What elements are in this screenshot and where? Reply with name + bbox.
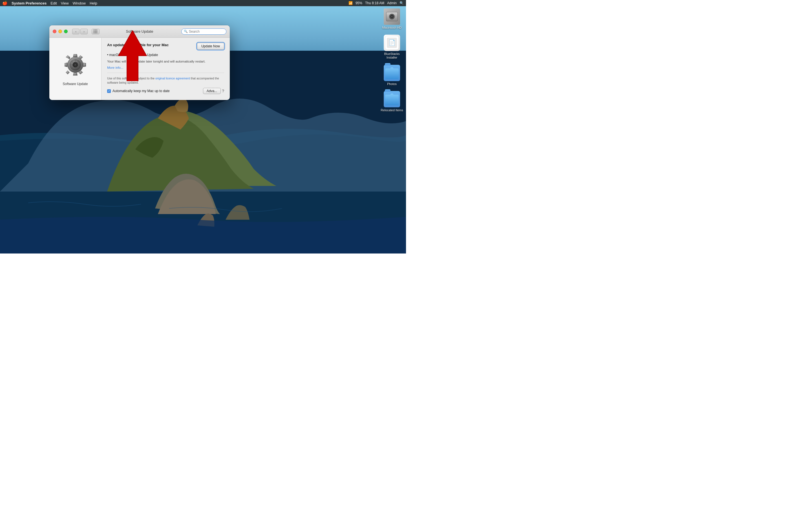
window-content: Software Update An update is available f… bbox=[49, 38, 230, 100]
auto-update-row: ✓ Automatically keep my Mac up to date bbox=[107, 89, 170, 93]
desktop-icons: Macintosh HD 📄 BlueStacks Installer bbox=[380, 8, 403, 112]
desktop-icon-photos[interactable]: Photos bbox=[380, 65, 403, 86]
menu-view[interactable]: View bbox=[61, 1, 69, 5]
relocated-label: Relocated Items bbox=[380, 108, 403, 112]
advanced-button[interactable]: Adva... bbox=[203, 88, 221, 94]
search-icon: 🔍 bbox=[184, 30, 188, 33]
menu-window[interactable]: Window bbox=[73, 1, 86, 5]
user-name: Admin bbox=[387, 1, 397, 5]
window-title: Software Update bbox=[126, 29, 153, 34]
minimize-button[interactable] bbox=[58, 30, 62, 33]
svg-rect-5 bbox=[395, 15, 396, 18]
left-panel: Software Update bbox=[49, 38, 101, 100]
update-title: An update is available for your Mac bbox=[107, 43, 168, 47]
bluestacks-label: BlueStacks Installer bbox=[380, 52, 403, 59]
search-input[interactable] bbox=[189, 30, 224, 34]
menubar: 🍎 System Preferences Edit View Window He… bbox=[0, 0, 406, 6]
software-update-window: ‹ › Software Update 🔍 bbox=[49, 25, 230, 100]
divider bbox=[107, 73, 224, 73]
license-link[interactable]: original licence agreement bbox=[155, 76, 190, 80]
back-button[interactable]: ‹ bbox=[72, 29, 80, 34]
hd-label: Macintosh HD bbox=[382, 26, 402, 30]
bluestacks-icon: 📄 bbox=[384, 35, 400, 51]
close-button[interactable] bbox=[53, 30, 56, 33]
svg-text:📄: 📄 bbox=[389, 39, 396, 46]
wifi-icon[interactable]: 📶 bbox=[349, 1, 353, 5]
gear-icon-container bbox=[63, 52, 88, 77]
window-titlebar: ‹ › Software Update 🔍 bbox=[49, 25, 230, 38]
bottom-row: ✓ Automatically keep my Mac up to date A… bbox=[107, 88, 224, 94]
right-panel: An update is available for your Mac Upda… bbox=[101, 38, 230, 100]
grid-view-button[interactable] bbox=[92, 29, 100, 34]
menu-edit[interactable]: Edit bbox=[50, 1, 57, 5]
app-name[interactable]: System Preferences bbox=[11, 1, 47, 5]
auto-update-checkbox[interactable]: ✓ bbox=[107, 89, 111, 93]
desktop: 🍎 System Preferences Edit View Window He… bbox=[0, 0, 406, 253]
panel-title: Software Update bbox=[63, 82, 88, 86]
update-description: Your Mac will try to update later tonigh… bbox=[107, 59, 224, 64]
more-info-link[interactable]: More info... bbox=[107, 66, 224, 69]
maximize-button[interactable] bbox=[64, 30, 68, 33]
relocated-folder-icon bbox=[384, 91, 400, 107]
photos-label: Photos bbox=[387, 82, 397, 86]
update-item-name: macOS Catalina 10.15.6 Update bbox=[107, 53, 224, 57]
nav-buttons: ‹ › bbox=[72, 29, 88, 34]
battery-status: 95% bbox=[356, 1, 362, 5]
menu-help[interactable]: Help bbox=[90, 1, 97, 5]
desktop-icon-macintosh-hd[interactable]: Macintosh HD bbox=[380, 8, 403, 30]
license-text: Use of this software is subject to the o… bbox=[107, 76, 224, 84]
search-box[interactable]: 🔍 bbox=[181, 29, 226, 35]
window-controls bbox=[53, 30, 68, 33]
forward-button[interactable]: › bbox=[80, 29, 88, 34]
desktop-icon-bluestacks[interactable]: 📄 BlueStacks Installer bbox=[380, 35, 403, 59]
clock: Thu 8:18 AM bbox=[365, 1, 384, 5]
hd-icon bbox=[384, 8, 400, 25]
photos-folder-icon bbox=[384, 65, 400, 81]
apple-menu[interactable]: 🍎 bbox=[2, 1, 8, 6]
svg-point-4 bbox=[391, 16, 393, 17]
update-now-button[interactable]: Update Now bbox=[197, 43, 224, 50]
desktop-icon-relocated[interactable]: Relocated Items bbox=[380, 91, 403, 112]
auto-update-label: Automatically keep my Mac up to date bbox=[112, 89, 170, 93]
search-icon[interactable]: 🔍 bbox=[400, 1, 404, 5]
help-button[interactable]: ? bbox=[222, 89, 224, 93]
